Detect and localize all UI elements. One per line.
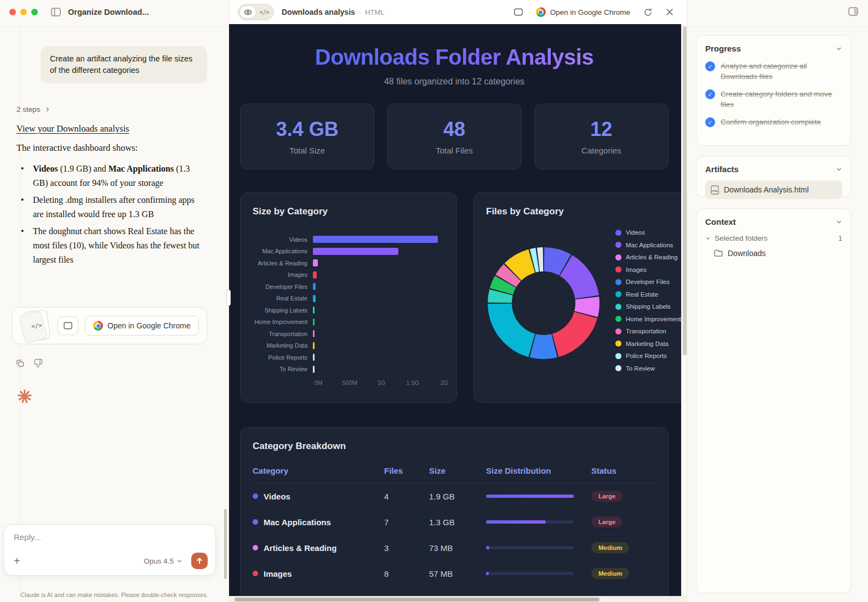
stat-label: Total Files (436, 146, 473, 155)
status-badge: Medium (591, 568, 629, 579)
minimize-window-button[interactable] (20, 9, 27, 15)
zoom-window-button[interactable] (31, 9, 38, 15)
distribution-fill (486, 520, 546, 524)
refresh-icon (643, 8, 653, 17)
selected-folders-label: Selected folders (715, 234, 768, 242)
guide-line (0, 26, 229, 27)
artifact-horizontal-scrollbar[interactable] (229, 596, 687, 602)
send-button[interactable] (191, 553, 208, 569)
close-artifact-button[interactable] (666, 8, 673, 16)
context-folder-item[interactable]: Downloads (714, 249, 842, 258)
reply-input[interactable] (14, 532, 205, 542)
artifact-link[interactable]: View your Downloads analysis (16, 123, 129, 134)
axis-tick-label: 1G (378, 379, 386, 386)
bar-label: Videos (253, 236, 313, 243)
context-header[interactable]: Context (705, 217, 842, 226)
legend-dot (615, 328, 621, 334)
arrow-up-icon (196, 557, 203, 565)
open-in-window-button[interactable] (58, 316, 78, 335)
legend-label: Developer Files (626, 279, 670, 285)
selected-folders-row[interactable]: Selected folders 1 (705, 234, 842, 242)
open-in-window-button[interactable] (514, 8, 523, 16)
artifact-preview-card[interactable]: </> Open in Google Chrome (12, 307, 207, 344)
window-icon (64, 322, 72, 330)
legend-item: Home Improvement (615, 316, 681, 322)
chat-scrollbar[interactable] (224, 509, 227, 579)
progress-item-label: Analyze and categorize all Downloads fil… (721, 61, 841, 82)
add-attachment-button[interactable]: + (14, 555, 20, 566)
claude-logo-icon (16, 388, 33, 405)
bar-row: To Review (253, 364, 444, 376)
distribution-cell (486, 495, 591, 498)
bar-label: Marketing Data (253, 342, 313, 349)
preview-toggle-button[interactable] (239, 5, 256, 19)
status-badge: Large (591, 491, 623, 502)
stat-value: 48 (443, 118, 465, 141)
doughnut-content: VideosMac ApplicationsArticles & Reading… (486, 222, 681, 372)
panel-toggle-icon[interactable] (848, 7, 858, 16)
status-badge: Large (591, 516, 623, 527)
open-in-chrome-button[interactable]: Open in Google Chrome (85, 316, 199, 336)
progress-header[interactable]: Progress (705, 44, 842, 53)
bar-label: Shipping Labels (253, 307, 313, 314)
window-controls (9, 9, 38, 15)
legend-label: Marketing Data (626, 340, 669, 347)
artifact-file-item[interactable]: HTML Downloads Analysis.html (705, 180, 842, 199)
legend-label: Real Estate (626, 291, 658, 298)
bar-track (313, 271, 444, 279)
steps-toggle[interactable]: 2 steps (16, 105, 50, 113)
legend-dot (615, 316, 621, 322)
breakdown-head: CategoryFilesSizeSize DistributionStatus (253, 466, 656, 484)
code-glyph: </> (31, 321, 42, 330)
model-selector[interactable]: Opus 4.5 (144, 557, 182, 565)
chevron-down-icon (705, 236, 711, 241)
copy-button[interactable] (15, 359, 25, 368)
distribution-fill (486, 495, 574, 498)
dashboard-title: Downloads Folder Analysis (240, 45, 669, 70)
artifacts-section: Artifacts HTML Downloads Analysis.html (696, 156, 852, 197)
legend-dot (615, 365, 621, 371)
scrollbar-thumb[interactable] (235, 598, 599, 601)
category-cell: Images (253, 569, 384, 578)
scrollbar-thumb[interactable] (683, 26, 687, 355)
stat-card-total-files: 48 Total Files (387, 104, 521, 169)
stat-label: Total Size (289, 146, 325, 155)
progress-item-label: Confirm organization complete (721, 117, 841, 127)
bar-row: Images (253, 269, 444, 281)
title-separator: · (359, 8, 361, 16)
size-cell: 73 MB (429, 543, 486, 553)
bar-fill (313, 354, 315, 361)
open-in-chrome-button[interactable]: Open in Google Chrome (536, 7, 630, 17)
category-breakdown-card: Category Breakdown CategoryFilesSizeSize… (240, 427, 669, 596)
stat-card-total-size: 3.4 GB Total Size (240, 104, 374, 169)
category-cell: Articles & Reading (253, 543, 384, 553)
bullet-item: Deleting .dmg installers after confirmin… (16, 193, 203, 222)
category-dot (253, 519, 258, 525)
legend-dot (615, 353, 621, 359)
artifacts-title: Artifacts (705, 164, 739, 174)
legend-dot (615, 340, 621, 347)
doughnut-chart (486, 246, 601, 372)
conversation-title: Organize Download... (68, 8, 149, 16)
sidebar-toggle-icon[interactable] (51, 8, 61, 16)
legend-label: Transportation (626, 328, 666, 334)
thumbs-down-button[interactable] (33, 359, 43, 368)
legend-label: Articles & Reading (626, 254, 678, 260)
bar-row: Shipping Labels (253, 304, 444, 316)
code-toggle-button[interactable]: </> (256, 5, 272, 19)
doughnut-segment (552, 312, 597, 357)
close-window-button[interactable] (9, 9, 16, 15)
close-icon (666, 8, 673, 16)
charts-row: Size by Category VideosMac ApplicationsA… (240, 192, 669, 403)
size-cell: 57 MB (429, 569, 486, 578)
panel-resize-handle[interactable] (226, 289, 231, 306)
table-header-cell: Size Distribution (486, 466, 591, 475)
chat-titlebar: Organize Download... (0, 0, 229, 24)
chevron-down-icon (836, 219, 842, 225)
artifact-vertical-scrollbar[interactable] (681, 24, 687, 596)
refresh-button[interactable] (643, 8, 653, 17)
folder-icon (714, 249, 723, 257)
artifacts-header[interactable]: Artifacts (705, 164, 842, 174)
bar-track (313, 259, 444, 266)
table-row: Videos41.9 GBLarge (253, 484, 656, 509)
